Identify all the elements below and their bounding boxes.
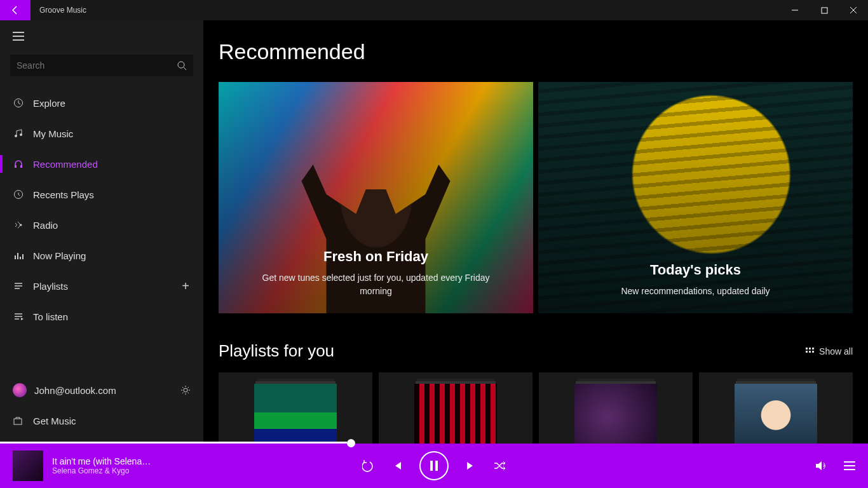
get-music[interactable]: Get Music (0, 405, 203, 436)
playlists-heading: Playlists for you (219, 341, 334, 361)
equalizer-icon (13, 250, 24, 261)
hero-fresh-on-friday[interactable]: Fresh on Friday Get new tunes selected j… (219, 82, 533, 313)
shuffle-button[interactable] (493, 461, 506, 471)
nav-label: Radio (33, 220, 58, 231)
nav-my-music[interactable]: My Music (0, 118, 203, 149)
maximize-button[interactable] (810, 0, 839, 20)
get-music-label: Get Music (33, 416, 76, 426)
playlist-art (414, 384, 497, 444)
playlist-card[interactable] (219, 372, 372, 444)
nav-recommended[interactable]: Recommended (0, 149, 203, 179)
nav-explore[interactable]: Explore (0, 88, 203, 118)
avatar (13, 383, 27, 397)
svg-point-11 (184, 388, 187, 392)
nav-label: Explore (33, 98, 65, 109)
svg-rect-7 (15, 165, 17, 168)
svg-rect-12 (14, 419, 22, 424)
nav-label: My Music (33, 128, 73, 139)
settings-button[interactable] (180, 385, 191, 395)
nav-label: Recommended (33, 159, 98, 170)
main-content: Recommended Fresh on Friday Get new tune… (203, 20, 868, 444)
shuffle-icon (493, 461, 506, 471)
page-heading: Recommended (219, 39, 853, 64)
search-input[interactable] (17, 60, 177, 71)
svg-rect-13 (430, 461, 433, 471)
nav-label: Playlists (33, 281, 68, 292)
playlist-art (254, 384, 337, 444)
add-playlist-button[interactable]: + (182, 279, 189, 294)
arrow-left-icon (10, 5, 20, 15)
nav-playlists[interactable]: Playlists + (0, 271, 203, 301)
user-email: John@outlook.com (34, 385, 116, 396)
nav-now-playing[interactable]: Now Playing (0, 240, 203, 271)
pause-icon (430, 461, 438, 471)
search-box[interactable] (10, 55, 193, 76)
app-title: Groove Music (39, 6, 86, 15)
minimize-button[interactable] (780, 0, 810, 20)
svg-rect-1 (822, 8, 827, 13)
playlist-card[interactable] (379, 372, 532, 444)
sidebar-bottom: John@outlook.com Get Music (0, 371, 203, 444)
player-right (815, 460, 855, 471)
playlist-icon (13, 281, 24, 291)
repeat-icon (362, 459, 375, 472)
nav-recent-plays[interactable]: Recents Plays (0, 179, 203, 210)
progress-thumb[interactable] (347, 439, 355, 447)
sidebar: Explore My Music Recommended Recents Pla… (0, 20, 203, 444)
previous-icon (391, 460, 403, 471)
back-button[interactable] (0, 0, 31, 20)
nav-label: Now Playing (33, 250, 86, 261)
hamburger-button[interactable] (0, 32, 203, 55)
nav-radio[interactable]: Radio (0, 210, 203, 240)
play-pause-button[interactable] (419, 451, 449, 480)
titlebar: Groove Music (0, 0, 868, 20)
gear-icon (180, 385, 191, 395)
next-icon (465, 460, 477, 471)
store-icon (13, 416, 24, 426)
repeat-button[interactable] (362, 459, 375, 472)
playlist-art (574, 384, 657, 444)
svg-point-5 (15, 135, 17, 137)
hero-title: Fresh on Friday (323, 248, 428, 265)
now-playing-art[interactable] (13, 451, 43, 481)
playlist-row (219, 372, 853, 444)
nav-to-listen[interactable]: To listen (0, 301, 203, 332)
previous-button[interactable] (391, 460, 403, 471)
svg-point-2 (178, 62, 184, 68)
clock-icon (13, 98, 24, 108)
track-title: It ain't me (with Selena… (52, 456, 151, 466)
next-button[interactable] (465, 460, 477, 471)
show-all-label: Show all (819, 346, 853, 356)
hero-row: Fresh on Friday Get new tunes selected j… (219, 82, 853, 313)
music-note-icon (13, 128, 24, 139)
search-icon (177, 60, 187, 71)
queue-button[interactable] (844, 461, 855, 470)
close-icon (850, 6, 857, 14)
hamburger-icon (13, 32, 24, 41)
player-bar: It ain't me (with Selena… Selena Gomez &… (0, 444, 868, 488)
svg-line-3 (184, 67, 186, 70)
hero-title: Today's picks (650, 262, 741, 278)
minimize-icon (791, 6, 799, 14)
hero-todays-picks[interactable]: Today's picks New recommendations, updat… (538, 82, 853, 313)
user-account[interactable]: John@outlook.com (0, 375, 203, 405)
now-playing-text[interactable]: It ain't me (with Selena… Selena Gomez &… (52, 456, 151, 475)
nav-label: To listen (33, 311, 68, 322)
maximize-icon (821, 7, 828, 14)
window-controls (780, 0, 868, 20)
track-artist: Selena Gomez & Kygo (52, 466, 151, 475)
grid-icon (805, 347, 814, 356)
svg-rect-8 (20, 165, 22, 168)
close-button[interactable] (839, 0, 868, 20)
playlist-art (735, 384, 817, 444)
volume-button[interactable] (815, 460, 827, 471)
playlist-card[interactable] (539, 372, 693, 444)
svg-rect-14 (435, 461, 438, 471)
show-all-button[interactable]: Show all (805, 346, 853, 356)
headphones-icon (13, 159, 24, 169)
hero-subtitle: Get new tunes selected just for you, upd… (262, 271, 491, 298)
playlist-card[interactable] (699, 372, 853, 444)
queue-icon (13, 311, 24, 322)
player-controls (362, 451, 506, 480)
hero-subtitle: New recommendations, updated daily (621, 285, 770, 298)
